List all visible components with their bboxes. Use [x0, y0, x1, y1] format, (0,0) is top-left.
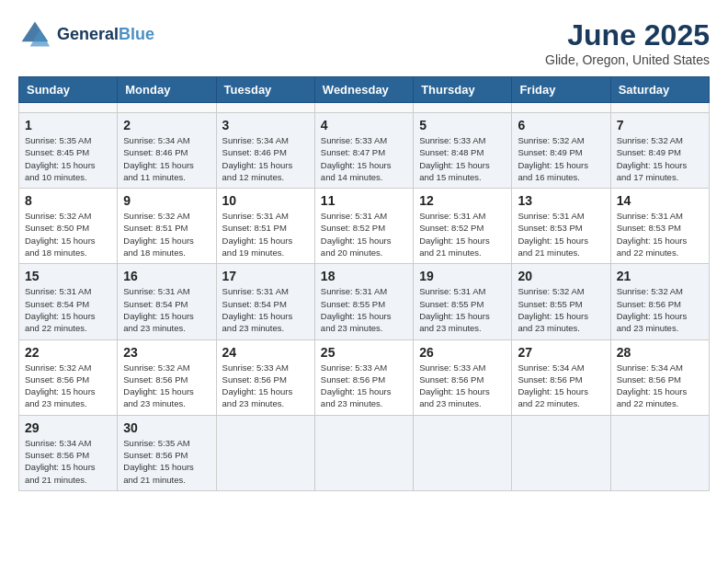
- calendar-cell: 27Sunrise: 5:34 AM Sunset: 8:56 PM Dayli…: [512, 339, 610, 415]
- day-number: 20: [518, 269, 604, 283]
- day-number: 19: [419, 269, 506, 283]
- title-block: June 2025 Glide, Oregon, United States: [545, 18, 710, 67]
- day-number: 25: [321, 345, 407, 360]
- day-info: Sunrise: 5:34 AM Sunset: 8:56 PM Dayligh…: [25, 437, 111, 486]
- day-info: Sunrise: 5:32 AM Sunset: 8:49 PM Dayligh…: [617, 134, 703, 183]
- day-info: Sunrise: 5:34 AM Sunset: 8:46 PM Dayligh…: [123, 134, 210, 183]
- calendar-cell: [314, 103, 413, 113]
- day-number: 16: [123, 269, 210, 283]
- day-info: Sunrise: 5:33 AM Sunset: 8:47 PM Dayligh…: [321, 134, 407, 183]
- day-info: Sunrise: 5:31 AM Sunset: 8:54 PM Dayligh…: [123, 285, 210, 334]
- day-info: Sunrise: 5:33 AM Sunset: 8:56 PM Dayligh…: [321, 362, 407, 410]
- month-title: June 2025: [545, 18, 710, 52]
- calendar-cell: 26Sunrise: 5:33 AM Sunset: 8:56 PM Dayli…: [414, 339, 512, 415]
- day-number: 17: [222, 269, 309, 283]
- day-of-week-header: Monday: [118, 77, 216, 103]
- calendar-week-row: 22Sunrise: 5:32 AM Sunset: 8:56 PM Dayli…: [19, 339, 710, 415]
- logo-text: GeneralBlue: [57, 26, 154, 44]
- calendar-cell: 14Sunrise: 5:31 AM Sunset: 8:53 PM Dayli…: [610, 189, 709, 264]
- day-number: 5: [419, 118, 506, 132]
- day-info: Sunrise: 5:32 AM Sunset: 8:51 PM Dayligh…: [123, 210, 210, 259]
- calendar-cell: 7Sunrise: 5:32 AM Sunset: 8:49 PM Daylig…: [610, 113, 709, 189]
- day-number: 13: [518, 193, 604, 208]
- calendar-week-row: 15Sunrise: 5:31 AM Sunset: 8:54 PM Dayli…: [19, 264, 710, 339]
- calendar-cell: 19Sunrise: 5:31 AM Sunset: 8:55 PM Dayli…: [414, 264, 512, 339]
- day-info: Sunrise: 5:34 AM Sunset: 8:46 PM Dayligh…: [222, 134, 309, 183]
- calendar-cell: 1Sunrise: 5:35 AM Sunset: 8:45 PM Daylig…: [19, 113, 118, 189]
- calendar-cell: [610, 103, 709, 113]
- calendar-cell: [314, 415, 413, 490]
- day-number: 18: [321, 269, 407, 283]
- day-number: 21: [617, 269, 703, 283]
- day-number: 8: [25, 193, 111, 208]
- day-number: 14: [617, 193, 703, 208]
- calendar-cell: 8Sunrise: 5:32 AM Sunset: 8:50 PM Daylig…: [19, 189, 118, 264]
- day-info: Sunrise: 5:31 AM Sunset: 8:51 PM Dayligh…: [222, 210, 309, 259]
- day-info: Sunrise: 5:32 AM Sunset: 8:49 PM Dayligh…: [518, 134, 604, 183]
- day-info: Sunrise: 5:34 AM Sunset: 8:56 PM Dayligh…: [617, 362, 703, 410]
- day-info: Sunrise: 5:33 AM Sunset: 8:48 PM Dayligh…: [419, 134, 506, 183]
- day-of-week-header: Tuesday: [216, 77, 314, 103]
- day-info: Sunrise: 5:31 AM Sunset: 8:54 PM Dayligh…: [222, 285, 309, 334]
- calendar-cell: 9Sunrise: 5:32 AM Sunset: 8:51 PM Daylig…: [118, 189, 216, 264]
- calendar-week-row: [19, 103, 710, 113]
- day-number: 10: [222, 193, 309, 208]
- day-info: Sunrise: 5:35 AM Sunset: 8:56 PM Dayligh…: [123, 437, 210, 486]
- calendar-header-row: SundayMondayTuesdayWednesdayThursdayFrid…: [19, 77, 710, 103]
- page-header: GeneralBlue June 2025 Glide, Oregon, Uni…: [18, 18, 710, 67]
- day-number: 7: [617, 118, 703, 132]
- calendar-cell: 15Sunrise: 5:31 AM Sunset: 8:54 PM Dayli…: [19, 264, 118, 339]
- calendar-cell: [610, 415, 709, 490]
- calendar-cell: [512, 415, 610, 490]
- calendar-cell: 3Sunrise: 5:34 AM Sunset: 8:46 PM Daylig…: [216, 113, 314, 189]
- day-number: 2: [123, 118, 210, 132]
- calendar-cell: [414, 415, 512, 490]
- day-number: 9: [123, 193, 210, 208]
- day-number: 1: [25, 118, 111, 132]
- calendar-cell: [414, 103, 512, 113]
- calendar-cell: 28Sunrise: 5:34 AM Sunset: 8:56 PM Dayli…: [610, 339, 709, 415]
- day-info: Sunrise: 5:32 AM Sunset: 8:56 PM Dayligh…: [123, 362, 210, 410]
- calendar-cell: 17Sunrise: 5:31 AM Sunset: 8:54 PM Dayli…: [216, 264, 314, 339]
- calendar-cell: 20Sunrise: 5:32 AM Sunset: 8:55 PM Dayli…: [512, 264, 610, 339]
- calendar-cell: [118, 103, 216, 113]
- day-of-week-header: Wednesday: [314, 77, 413, 103]
- day-number: 24: [222, 345, 309, 360]
- day-of-week-header: Friday: [512, 77, 610, 103]
- day-number: 3: [222, 118, 309, 132]
- day-info: Sunrise: 5:33 AM Sunset: 8:56 PM Dayligh…: [222, 362, 309, 410]
- calendar-cell: [216, 415, 314, 490]
- calendar-cell: 6Sunrise: 5:32 AM Sunset: 8:49 PM Daylig…: [512, 113, 610, 189]
- calendar-cell: 24Sunrise: 5:33 AM Sunset: 8:56 PM Dayli…: [216, 339, 314, 415]
- day-info: Sunrise: 5:31 AM Sunset: 8:55 PM Dayligh…: [419, 285, 506, 334]
- day-number: 11: [321, 193, 407, 208]
- day-info: Sunrise: 5:32 AM Sunset: 8:56 PM Dayligh…: [617, 285, 703, 334]
- calendar-week-row: 8Sunrise: 5:32 AM Sunset: 8:50 PM Daylig…: [19, 189, 710, 264]
- location: Glide, Oregon, United States: [545, 52, 710, 67]
- day-of-week-header: Saturday: [610, 77, 709, 103]
- calendar-cell: [512, 103, 610, 113]
- calendar-cell: 22Sunrise: 5:32 AM Sunset: 8:56 PM Dayli…: [19, 339, 118, 415]
- day-info: Sunrise: 5:31 AM Sunset: 8:53 PM Dayligh…: [518, 210, 604, 259]
- day-info: Sunrise: 5:31 AM Sunset: 8:52 PM Dayligh…: [419, 210, 506, 259]
- day-info: Sunrise: 5:33 AM Sunset: 8:56 PM Dayligh…: [419, 362, 506, 410]
- calendar-table: SundayMondayTuesdayWednesdayThursdayFrid…: [18, 76, 710, 491]
- calendar-cell: 25Sunrise: 5:33 AM Sunset: 8:56 PM Dayli…: [314, 339, 413, 415]
- day-number: 23: [123, 345, 210, 360]
- day-number: 29: [25, 420, 111, 435]
- calendar-cell: 2Sunrise: 5:34 AM Sunset: 8:46 PM Daylig…: [118, 113, 216, 189]
- calendar-week-row: 1Sunrise: 5:35 AM Sunset: 8:45 PM Daylig…: [19, 113, 710, 189]
- day-info: Sunrise: 5:31 AM Sunset: 8:53 PM Dayligh…: [617, 210, 703, 259]
- day-info: Sunrise: 5:32 AM Sunset: 8:55 PM Dayligh…: [518, 285, 604, 334]
- day-of-week-header: Sunday: [19, 77, 118, 103]
- calendar-week-row: 29Sunrise: 5:34 AM Sunset: 8:56 PM Dayli…: [19, 415, 710, 490]
- day-of-week-header: Thursday: [414, 77, 512, 103]
- calendar-cell: 12Sunrise: 5:31 AM Sunset: 8:52 PM Dayli…: [414, 189, 512, 264]
- day-number: 27: [518, 345, 604, 360]
- day-number: 6: [518, 118, 604, 132]
- day-number: 30: [123, 420, 210, 435]
- day-info: Sunrise: 5:35 AM Sunset: 8:45 PM Dayligh…: [25, 134, 111, 183]
- calendar-cell: 23Sunrise: 5:32 AM Sunset: 8:56 PM Dayli…: [118, 339, 216, 415]
- day-info: Sunrise: 5:32 AM Sunset: 8:56 PM Dayligh…: [25, 362, 111, 410]
- calendar-cell: [216, 103, 314, 113]
